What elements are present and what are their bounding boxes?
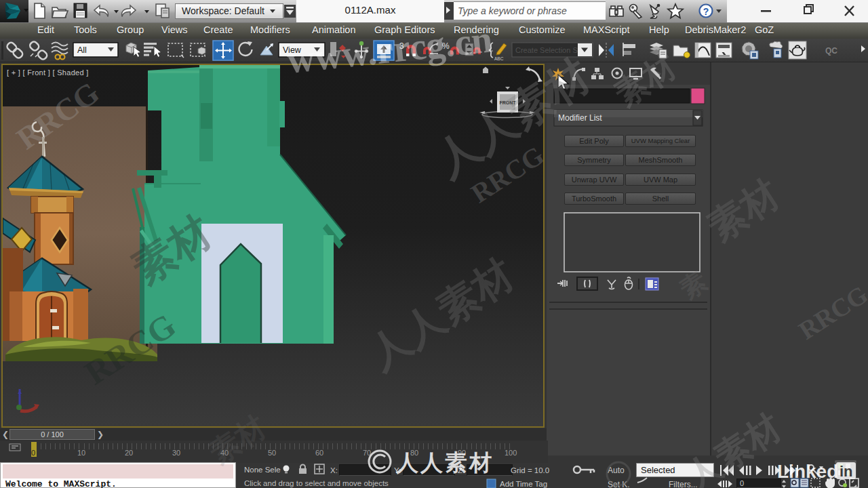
- svg-text:Create Selection S: Create Selection S: [515, 46, 578, 54]
- svg-text:%: %: [442, 41, 450, 51]
- svg-text:ABC: ABC: [494, 56, 504, 61]
- svg-text:View: View: [283, 45, 302, 55]
- svg-text:All: All: [77, 45, 87, 55]
- svg-text:?: ?: [703, 6, 709, 17]
- svg-text:QC: QC: [825, 46, 837, 56]
- svg-text:FRONT: FRONT: [499, 100, 516, 105]
- svg-text:3: 3: [399, 41, 404, 51]
- svg-text:Modifier List: Modifier List: [558, 113, 602, 123]
